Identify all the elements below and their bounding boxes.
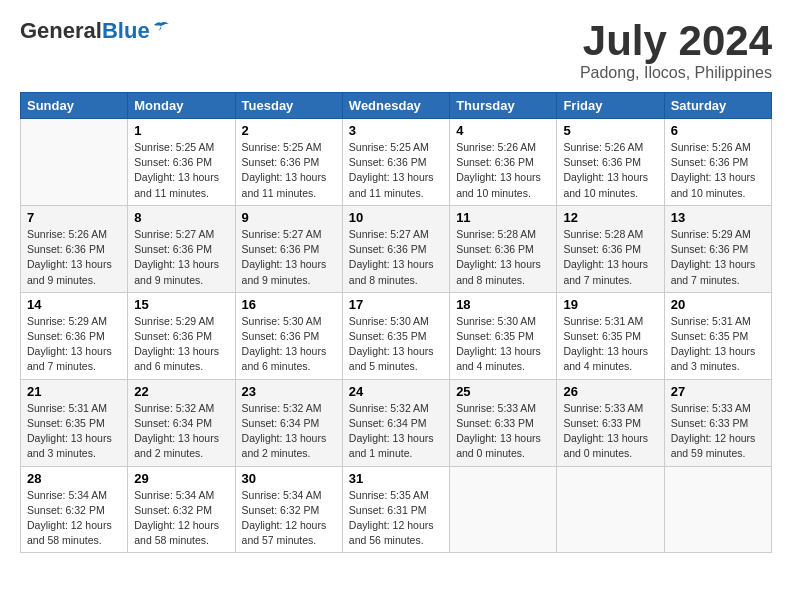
calendar-cell: 13Sunrise: 5:29 AM Sunset: 6:36 PM Dayli… xyxy=(664,205,771,292)
day-number: 16 xyxy=(242,297,336,312)
day-detail: Sunrise: 5:26 AM Sunset: 6:36 PM Dayligh… xyxy=(563,140,657,201)
day-detail: Sunrise: 5:33 AM Sunset: 6:33 PM Dayligh… xyxy=(456,401,550,462)
logo-bird-icon xyxy=(152,19,170,33)
day-number: 18 xyxy=(456,297,550,312)
day-detail: Sunrise: 5:30 AM Sunset: 6:35 PM Dayligh… xyxy=(456,314,550,375)
day-number: 14 xyxy=(27,297,121,312)
day-number: 28 xyxy=(27,471,121,486)
calendar-week-row: 28Sunrise: 5:34 AM Sunset: 6:32 PM Dayli… xyxy=(21,466,772,553)
day-number: 29 xyxy=(134,471,228,486)
calendar-cell: 4Sunrise: 5:26 AM Sunset: 6:36 PM Daylig… xyxy=(450,119,557,206)
calendar-cell xyxy=(664,466,771,553)
calendar-cell: 22Sunrise: 5:32 AM Sunset: 6:34 PM Dayli… xyxy=(128,379,235,466)
day-number: 8 xyxy=(134,210,228,225)
day-detail: Sunrise: 5:30 AM Sunset: 6:36 PM Dayligh… xyxy=(242,314,336,375)
day-detail: Sunrise: 5:30 AM Sunset: 6:35 PM Dayligh… xyxy=(349,314,443,375)
calendar-cell: 5Sunrise: 5:26 AM Sunset: 6:36 PM Daylig… xyxy=(557,119,664,206)
day-number: 4 xyxy=(456,123,550,138)
column-header-monday: Monday xyxy=(128,93,235,119)
logo-text: GeneralBlue xyxy=(20,20,150,42)
day-detail: Sunrise: 5:29 AM Sunset: 6:36 PM Dayligh… xyxy=(134,314,228,375)
day-detail: Sunrise: 5:29 AM Sunset: 6:36 PM Dayligh… xyxy=(27,314,121,375)
calendar-cell: 8Sunrise: 5:27 AM Sunset: 6:36 PM Daylig… xyxy=(128,205,235,292)
calendar-cell: 25Sunrise: 5:33 AM Sunset: 6:33 PM Dayli… xyxy=(450,379,557,466)
calendar-cell: 14Sunrise: 5:29 AM Sunset: 6:36 PM Dayli… xyxy=(21,292,128,379)
day-detail: Sunrise: 5:32 AM Sunset: 6:34 PM Dayligh… xyxy=(134,401,228,462)
calendar-cell: 12Sunrise: 5:28 AM Sunset: 6:36 PM Dayli… xyxy=(557,205,664,292)
day-detail: Sunrise: 5:29 AM Sunset: 6:36 PM Dayligh… xyxy=(671,227,765,288)
calendar-header-row: SundayMondayTuesdayWednesdayThursdayFrid… xyxy=(21,93,772,119)
day-detail: Sunrise: 5:26 AM Sunset: 6:36 PM Dayligh… xyxy=(27,227,121,288)
calendar-cell: 3Sunrise: 5:25 AM Sunset: 6:36 PM Daylig… xyxy=(342,119,449,206)
column-header-friday: Friday xyxy=(557,93,664,119)
title-block: July 2024 Padong, Ilocos, Philippines xyxy=(580,20,772,82)
calendar-cell: 29Sunrise: 5:34 AM Sunset: 6:32 PM Dayli… xyxy=(128,466,235,553)
calendar-week-row: 1Sunrise: 5:25 AM Sunset: 6:36 PM Daylig… xyxy=(21,119,772,206)
calendar-cell: 16Sunrise: 5:30 AM Sunset: 6:36 PM Dayli… xyxy=(235,292,342,379)
day-number: 6 xyxy=(671,123,765,138)
calendar-cell: 26Sunrise: 5:33 AM Sunset: 6:33 PM Dayli… xyxy=(557,379,664,466)
day-number: 31 xyxy=(349,471,443,486)
calendar-cell: 20Sunrise: 5:31 AM Sunset: 6:35 PM Dayli… xyxy=(664,292,771,379)
day-number: 22 xyxy=(134,384,228,399)
day-detail: Sunrise: 5:28 AM Sunset: 6:36 PM Dayligh… xyxy=(456,227,550,288)
column-header-sunday: Sunday xyxy=(21,93,128,119)
day-detail: Sunrise: 5:31 AM Sunset: 6:35 PM Dayligh… xyxy=(563,314,657,375)
calendar-cell: 10Sunrise: 5:27 AM Sunset: 6:36 PM Dayli… xyxy=(342,205,449,292)
day-detail: Sunrise: 5:26 AM Sunset: 6:36 PM Dayligh… xyxy=(671,140,765,201)
day-detail: Sunrise: 5:27 AM Sunset: 6:36 PM Dayligh… xyxy=(134,227,228,288)
day-detail: Sunrise: 5:32 AM Sunset: 6:34 PM Dayligh… xyxy=(242,401,336,462)
logo: GeneralBlue xyxy=(20,20,170,42)
calendar-cell: 1Sunrise: 5:25 AM Sunset: 6:36 PM Daylig… xyxy=(128,119,235,206)
day-number: 24 xyxy=(349,384,443,399)
calendar-cell: 2Sunrise: 5:25 AM Sunset: 6:36 PM Daylig… xyxy=(235,119,342,206)
day-detail: Sunrise: 5:33 AM Sunset: 6:33 PM Dayligh… xyxy=(671,401,765,462)
calendar-cell: 17Sunrise: 5:30 AM Sunset: 6:35 PM Dayli… xyxy=(342,292,449,379)
calendar-cell: 30Sunrise: 5:34 AM Sunset: 6:32 PM Dayli… xyxy=(235,466,342,553)
calendar-cell xyxy=(557,466,664,553)
calendar-title: July 2024 xyxy=(580,20,772,62)
calendar-location: Padong, Ilocos, Philippines xyxy=(580,64,772,82)
calendar-cell xyxy=(21,119,128,206)
day-number: 10 xyxy=(349,210,443,225)
calendar-cell: 9Sunrise: 5:27 AM Sunset: 6:36 PM Daylig… xyxy=(235,205,342,292)
day-number: 2 xyxy=(242,123,336,138)
day-number: 20 xyxy=(671,297,765,312)
day-number: 7 xyxy=(27,210,121,225)
column-header-saturday: Saturday xyxy=(664,93,771,119)
calendar-week-row: 7Sunrise: 5:26 AM Sunset: 6:36 PM Daylig… xyxy=(21,205,772,292)
day-detail: Sunrise: 5:34 AM Sunset: 6:32 PM Dayligh… xyxy=(134,488,228,549)
day-number: 21 xyxy=(27,384,121,399)
day-number: 17 xyxy=(349,297,443,312)
day-number: 5 xyxy=(563,123,657,138)
day-detail: Sunrise: 5:31 AM Sunset: 6:35 PM Dayligh… xyxy=(671,314,765,375)
calendar-table: SundayMondayTuesdayWednesdayThursdayFrid… xyxy=(20,92,772,553)
day-detail: Sunrise: 5:25 AM Sunset: 6:36 PM Dayligh… xyxy=(242,140,336,201)
calendar-cell: 7Sunrise: 5:26 AM Sunset: 6:36 PM Daylig… xyxy=(21,205,128,292)
calendar-cell: 6Sunrise: 5:26 AM Sunset: 6:36 PM Daylig… xyxy=(664,119,771,206)
calendar-cell: 23Sunrise: 5:32 AM Sunset: 6:34 PM Dayli… xyxy=(235,379,342,466)
day-detail: Sunrise: 5:31 AM Sunset: 6:35 PM Dayligh… xyxy=(27,401,121,462)
day-number: 12 xyxy=(563,210,657,225)
day-number: 27 xyxy=(671,384,765,399)
day-number: 26 xyxy=(563,384,657,399)
day-detail: Sunrise: 5:27 AM Sunset: 6:36 PM Dayligh… xyxy=(242,227,336,288)
day-number: 1 xyxy=(134,123,228,138)
day-detail: Sunrise: 5:26 AM Sunset: 6:36 PM Dayligh… xyxy=(456,140,550,201)
day-detail: Sunrise: 5:34 AM Sunset: 6:32 PM Dayligh… xyxy=(27,488,121,549)
day-number: 30 xyxy=(242,471,336,486)
calendar-cell xyxy=(450,466,557,553)
calendar-cell: 21Sunrise: 5:31 AM Sunset: 6:35 PM Dayli… xyxy=(21,379,128,466)
day-number: 15 xyxy=(134,297,228,312)
calendar-cell: 11Sunrise: 5:28 AM Sunset: 6:36 PM Dayli… xyxy=(450,205,557,292)
column-header-tuesday: Tuesday xyxy=(235,93,342,119)
calendar-cell: 31Sunrise: 5:35 AM Sunset: 6:31 PM Dayli… xyxy=(342,466,449,553)
calendar-cell: 24Sunrise: 5:32 AM Sunset: 6:34 PM Dayli… xyxy=(342,379,449,466)
calendar-body: 1Sunrise: 5:25 AM Sunset: 6:36 PM Daylig… xyxy=(21,119,772,553)
day-number: 25 xyxy=(456,384,550,399)
day-detail: Sunrise: 5:28 AM Sunset: 6:36 PM Dayligh… xyxy=(563,227,657,288)
day-number: 9 xyxy=(242,210,336,225)
day-detail: Sunrise: 5:33 AM Sunset: 6:33 PM Dayligh… xyxy=(563,401,657,462)
day-detail: Sunrise: 5:34 AM Sunset: 6:32 PM Dayligh… xyxy=(242,488,336,549)
day-detail: Sunrise: 5:35 AM Sunset: 6:31 PM Dayligh… xyxy=(349,488,443,549)
